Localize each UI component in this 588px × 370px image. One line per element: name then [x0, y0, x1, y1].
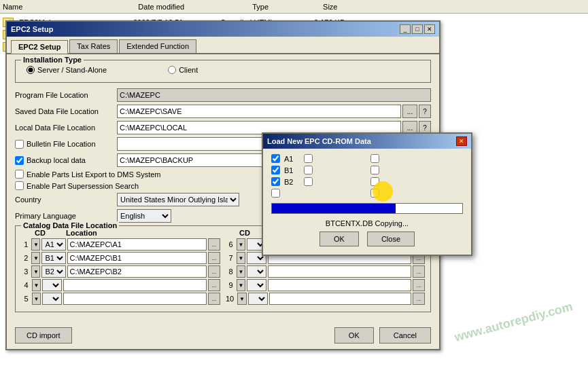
catalog-row9-arrow[interactable]: ▼	[237, 279, 245, 291]
bulletin-checkbox[interactable]	[15, 140, 24, 149]
catalog-row5-browse[interactable]: ...	[208, 293, 220, 305]
catalog-row8-browse[interactable]: ...	[413, 265, 425, 278]
catalog-row8-location[interactable]	[268, 265, 411, 278]
catalog-row2-arrow[interactable]: ▼	[31, 252, 40, 264]
cdrom-check-b1: B1	[271, 166, 364, 174]
backup-label: Backup local data	[27, 156, 86, 164]
catalog-row4-browse[interactable]: ...	[208, 279, 220, 291]
catalog-row-num: 7	[226, 254, 235, 262]
cdrom-b1-extra-checkbox[interactable]	[304, 166, 313, 174]
cd-import-button[interactable]: CD import	[15, 327, 72, 344]
radio-server-input[interactable]	[27, 66, 35, 74]
catalog-row5-arrow[interactable]: ▼	[32, 293, 41, 305]
bulletin-label: Bulletin File Location	[27, 140, 96, 148]
catalog-row1-cd[interactable]: A1	[41, 238, 66, 251]
catalog-left-header: CD Location	[21, 229, 220, 237]
catalog-row9-cd[interactable]	[247, 279, 266, 291]
cdrom-extra2-checkbox[interactable]	[370, 166, 379, 174]
catalog-row4-location[interactable]	[63, 279, 207, 291]
cdrom-progress-area	[271, 203, 463, 214]
catalog-row3-cd[interactable]: B2	[41, 265, 66, 278]
cdrom-extra4-checkbox[interactable]	[271, 189, 280, 198]
cdrom-b1-label: B1	[284, 166, 293, 174]
program-file-label: Program File Location	[15, 91, 117, 99]
cdrom-extra1-checkbox[interactable]	[370, 154, 379, 163]
catalog-row: 5 ▼ ...	[21, 293, 220, 305]
tab-tax-rates[interactable]: Tax Rates	[69, 39, 118, 53]
minimize-button[interactable]: _	[400, 24, 411, 34]
ok-button[interactable]: OK	[334, 327, 374, 344]
catalog-row1-location[interactable]	[67, 238, 207, 251]
catalog-row8-arrow[interactable]: ▼	[237, 265, 245, 278]
cdrom-footer: OK Close	[271, 227, 463, 249]
cdrom-b2-checkbox[interactable]	[271, 177, 280, 186]
catalog-row10-cd[interactable]	[248, 293, 268, 305]
close-button[interactable]: ✕	[424, 24, 435, 34]
catalog-row1-browse[interactable]: ...	[208, 238, 220, 251]
catalog-row10-browse[interactable]: ...	[413, 293, 425, 305]
cdrom-b1-checkbox[interactable]	[271, 166, 280, 174]
catalog-row9-browse[interactable]: ...	[413, 279, 425, 291]
cdrom-checkboxes: A1 B1 B2	[271, 154, 463, 198]
catalog-row6-arrow[interactable]: ▼	[237, 238, 245, 251]
enable-parts-list-checkbox[interactable]	[15, 170, 24, 179]
catalog-row2-cd[interactable]: B1	[41, 252, 66, 264]
radio-client-input[interactable]	[168, 66, 176, 74]
catalog-row3-browse[interactable]: ...	[208, 265, 220, 278]
cdrom-a1-label: A1	[284, 155, 293, 163]
catalog-row-num: 9	[226, 281, 235, 289]
cdrom-ok-button[interactable]: OK	[319, 232, 359, 246]
saved-data-question-button[interactable]: ?	[419, 105, 431, 118]
catalog-left: CD Location 1 ▼ A1 ... 2 ▼ B1	[21, 229, 220, 306]
dialog-tabs: EPC2 Setup Tax Rates Extended Function	[7, 37, 439, 54]
radio-server[interactable]: Server / Stand-Alone	[27, 66, 107, 74]
catalog-row: 1 ▼ A1 ...	[21, 238, 220, 251]
cdrom-b2-label: B2	[284, 178, 293, 186]
catalog-row5-cd[interactable]	[42, 293, 62, 305]
radio-client[interactable]: Client	[168, 66, 198, 74]
catalog-row10-arrow[interactable]: ▼	[237, 293, 246, 305]
saved-data-file-location-row: Saved Data File Location ... ?	[15, 105, 431, 118]
tab-epc2-setup[interactable]: EPC2 Setup	[11, 40, 68, 54]
maximize-button[interactable]: □	[412, 24, 423, 34]
cdrom-close-btn-footer[interactable]: Close	[367, 232, 415, 246]
tab-extended-function[interactable]: Extended Function	[119, 39, 196, 53]
cdrom-extra5-checkbox[interactable]	[370, 189, 379, 198]
catalog-row1-arrow[interactable]: ▼	[31, 238, 40, 251]
cdrom-b2-extra-checkbox[interactable]	[304, 177, 313, 186]
catalog-row4-cd[interactable]	[42, 279, 62, 291]
catalog-row7-arrow[interactable]: ▼	[237, 252, 245, 264]
country-select[interactable]: United States Minor Outlying Islands	[117, 193, 239, 206]
backup-checkbox[interactable]	[15, 156, 24, 165]
cancel-button[interactable]: Cancel	[379, 327, 431, 344]
catalog-row3-location[interactable]	[67, 265, 207, 278]
catalog-row4-arrow[interactable]: ▼	[32, 279, 41, 291]
catalog-row3-arrow[interactable]: ▼	[31, 265, 40, 278]
saved-data-browse-button[interactable]: ...	[402, 105, 417, 118]
catalog-row: 9 ▼ ...	[226, 279, 425, 291]
cdrom-extra3-checkbox[interactable]	[370, 177, 379, 186]
enable-part-supersession-checkbox[interactable]	[15, 181, 24, 190]
cdrom-close-button[interactable]: ✕	[456, 136, 467, 146]
cdrom-check-empty4	[271, 189, 364, 198]
language-select[interactable]: English	[117, 209, 171, 223]
catalog-row-num: 6	[226, 240, 235, 248]
cdrom-check-a1: A1	[271, 154, 364, 163]
catalog-row9-location[interactable]	[268, 279, 411, 291]
backup-checkbox-area: Backup local data	[15, 156, 117, 165]
catalog-row-num: 2	[21, 254, 30, 262]
cdrom-a1-checkbox[interactable]	[271, 154, 280, 163]
catalog-row2-location[interactable]	[67, 252, 207, 264]
cdrom-check-b2: B2	[271, 177, 364, 186]
catalog-row2-browse[interactable]: ...	[208, 252, 220, 264]
cdrom-a1-extra-checkbox[interactable]	[304, 154, 313, 163]
country-row: Country United States Minor Outlying Isl…	[15, 193, 239, 206]
saved-data-input[interactable]	[117, 105, 401, 118]
col-type: Type	[252, 3, 269, 11]
program-file-input[interactable]	[117, 88, 431, 102]
catalog-row10-location[interactable]	[269, 293, 411, 305]
catalog-row5-location[interactable]	[63, 293, 207, 305]
catalog-row8-cd[interactable]	[247, 265, 266, 278]
enable-parts-list-label: Enable Parts List Export to DMS System	[27, 170, 160, 179]
catalog-row-num: 8	[226, 267, 235, 276]
